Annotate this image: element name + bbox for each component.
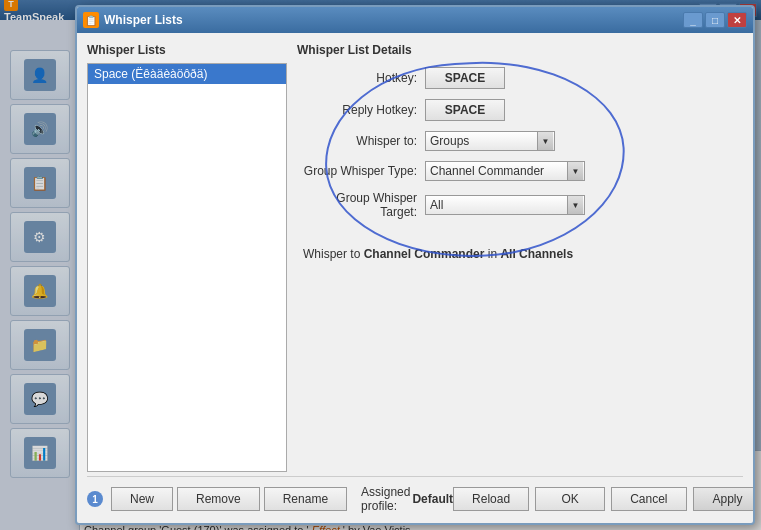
- dialog-minimize-button[interactable]: _: [683, 12, 703, 28]
- reload-button[interactable]: Reload: [453, 487, 529, 511]
- assigned-profile-value: Default: [412, 492, 453, 506]
- whisper-summary-mid: in: [484, 247, 500, 261]
- whisper-list-box[interactable]: Space (Ëêàäèàöôðä): [87, 63, 287, 472]
- hotkey-button[interactable]: SPACE: [425, 67, 505, 89]
- reply-hotkey-row: Reply Hotkey: SPACE: [297, 99, 743, 121]
- group-whisper-type-select-wrapper: Channel Commander Normal Server Query Ch…: [425, 161, 585, 181]
- left-panel: Whisper Lists Space (Ëêàäèàöôðä): [87, 43, 287, 472]
- dialog-content: Whisper Lists Space (Ëêàäèàöôðä) Whisper…: [87, 43, 743, 472]
- whisper-to-select-wrapper: Groups Channels Clients ▼: [425, 131, 555, 151]
- footer-left: 1 New Remove Rename Assigned profile: De…: [87, 485, 453, 513]
- group-whisper-target-select[interactable]: All Current Channel All Parent Channels: [425, 195, 585, 215]
- reply-hotkey-button[interactable]: SPACE: [425, 99, 505, 121]
- group-whisper-target-select-wrapper: All Current Channel All Parent Channels …: [425, 195, 585, 215]
- dialog-body: Whisper Lists Space (Ëêàäèàöôðä) Whisper…: [77, 33, 753, 523]
- whisper-lists-dialog: 📋 Whisper Lists _ □ ✕ Whisper Lists Spac…: [75, 5, 755, 525]
- right-panel-title: Whisper List Details: [297, 43, 743, 57]
- dialog-maximize-button[interactable]: □: [705, 12, 725, 28]
- group-whisper-target-row: Group Whisper Target: All Current Channe…: [297, 191, 743, 219]
- new-badge: 1: [87, 491, 103, 507]
- dialog-titlebar: 📋 Whisper Lists _ □ ✕: [77, 7, 753, 33]
- new-button[interactable]: New: [111, 487, 173, 511]
- list-item-space[interactable]: Space (Ëêàäèàöôðä): [88, 64, 286, 84]
- dialog-controls: _ □ ✕: [683, 12, 747, 28]
- group-whisper-type-row: Group Whisper Type: Channel Commander No…: [297, 161, 743, 181]
- dialog-close-button[interactable]: ✕: [727, 12, 747, 28]
- group-whisper-type-select[interactable]: Channel Commander Normal Server Query Ch…: [425, 161, 585, 181]
- dialog-title: Whisper Lists: [104, 13, 183, 27]
- whisper-summary-prefix: Whisper to: [303, 247, 364, 261]
- left-panel-title: Whisper Lists: [87, 43, 287, 57]
- dialog-footer: 1 New Remove Rename Assigned profile: De…: [87, 476, 743, 513]
- list-item-label: Space (Ëêàäèàöôðä): [94, 67, 207, 81]
- footer-right: Reload OK Cancel Apply: [453, 487, 755, 511]
- whisper-summary-bold1: Channel Commander: [364, 247, 485, 261]
- group-whisper-target-label: Group Whisper Target:: [297, 191, 417, 219]
- rename-button[interactable]: Rename: [264, 487, 347, 511]
- whisper-to-label: Whisper to:: [297, 134, 417, 148]
- cancel-button[interactable]: Cancel: [611, 487, 686, 511]
- assigned-profile-text: Assigned profile:: [361, 485, 410, 513]
- hotkey-row: Hotkey: SPACE: [297, 67, 743, 89]
- whisper-summary: Whisper to Channel Commander in All Chan…: [297, 241, 743, 267]
- group-whisper-type-label: Group Whisper Type:: [297, 164, 417, 178]
- dialog-title-left: 📋 Whisper Lists: [83, 12, 183, 28]
- assigned-profile: Assigned profile: Default: [361, 485, 453, 513]
- reply-hotkey-label: Reply Hotkey:: [297, 103, 417, 117]
- whisper-to-row: Whisper to: Groups Channels Clients ▼: [297, 131, 743, 151]
- apply-button[interactable]: Apply: [693, 487, 756, 511]
- remove-button[interactable]: Remove: [177, 487, 260, 511]
- whisper-to-select[interactable]: Groups Channels Clients: [425, 131, 555, 151]
- right-panel: Whisper List Details Hotkey: SPACE Reply…: [297, 43, 743, 472]
- hotkey-label: Hotkey:: [297, 71, 417, 85]
- ok-button[interactable]: OK: [535, 487, 605, 511]
- whisper-summary-bold2: All Channels: [500, 247, 573, 261]
- dialog-icon: 📋: [83, 12, 99, 28]
